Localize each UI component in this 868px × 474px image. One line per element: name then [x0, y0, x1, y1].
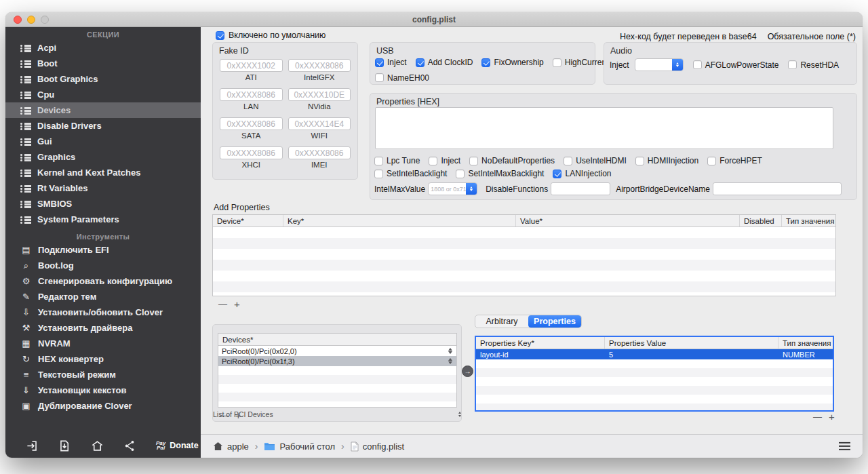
sidebar-tool-boot-log[interactable]: ⌕Boot.log — [5, 258, 201, 273]
fakeid-imei-field[interactable] — [288, 146, 351, 159]
sidebar-item-graphics[interactable]: Graphics — [5, 149, 201, 165]
devices-list-empty[interactable] — [218, 366, 456, 407]
col-device[interactable]: Device* — [213, 215, 283, 226]
paypal-donate-button[interactable]: PayPal Donate — [156, 441, 199, 450]
fakeid-nvidia-field[interactable] — [288, 88, 351, 101]
col-key[interactable]: Key* — [283, 215, 516, 226]
setintelmaxbacklight-checkbox[interactable]: SetIntelMaxBacklight — [456, 169, 544, 178]
add-properties-body[interactable] — [213, 227, 835, 296]
add-property-button[interactable]: + — [234, 298, 240, 310]
device-row-0[interactable]: PciRoot(0)/Pci(0x02,0) — [218, 346, 456, 356]
zoom-button[interactable] — [41, 16, 49, 24]
sidebar-item-kernel-and-kext-patches[interactable]: Kernel and Kext Patches — [5, 165, 201, 180]
col-value[interactable]: Value* — [516, 215, 740, 226]
setintelbacklight-checkbox[interactable]: SetIntelBacklight — [374, 169, 447, 178]
sidebar-item-acpi[interactable]: Acpi — [5, 40, 201, 56]
nodefaultproperties-checkbox[interactable]: NoDefaultProperties — [469, 156, 555, 165]
sidebar-item-boot[interactable]: Boot — [5, 56, 201, 71]
usb-nameeh00-checkbox[interactable]: NameEH00 — [375, 73, 429, 83]
forcehpet-checkbox[interactable]: ForceHPET — [707, 156, 762, 165]
sections-header: СЕКЦИИ — [5, 29, 201, 40]
fakeid-ati-field[interactable] — [220, 59, 283, 72]
list-icon — [20, 200, 31, 208]
menu-icon[interactable] — [839, 446, 850, 447]
sidebar-tool-mount-efi[interactable]: ▤Подключить EFI — [5, 242, 201, 258]
minimize-button[interactable] — [27, 16, 35, 24]
hdmiinjection-checkbox[interactable]: HDMIInjection — [635, 156, 698, 165]
fakeid-xhci-field[interactable] — [220, 146, 283, 159]
stepper-icon[interactable] — [448, 358, 452, 365]
traffic-lights — [14, 16, 49, 24]
intelmaxvalue-label: IntelMaxValue — [374, 184, 425, 194]
devices-list[interactable]: Devices* PciRoot(0)/Pci(0x02,0) PciRoot(… — [218, 333, 457, 408]
enabled-by-default-checkbox[interactable]: Включено по умолчанию — [216, 31, 326, 40]
fakeid-sata-field[interactable] — [220, 117, 283, 130]
disablefunctions-field[interactable] — [551, 182, 610, 195]
usb-fixownership-checkbox[interactable]: FixOwnership — [481, 58, 543, 67]
stepper-icon[interactable] — [448, 348, 452, 355]
properties-hex-textarea[interactable] — [375, 107, 833, 149]
tab-arbitrary[interactable]: Arbitrary — [475, 315, 528, 328]
usb-highcurrent-checkbox[interactable]: HighCurrent — [553, 58, 609, 67]
col-value-type[interactable]: Тип значения — [782, 215, 835, 226]
add-properties-row-button[interactable]: + — [829, 411, 835, 422]
sidebar-item-system-parameters[interactable]: System Parameters — [5, 212, 201, 227]
chevron-updown-icon — [672, 59, 683, 71]
stepper-icon[interactable] — [458, 412, 461, 417]
intelmaxvalue-select[interactable]: 1808 or 0x710 — [428, 182, 477, 195]
devices-list-header[interactable]: Devices* — [218, 334, 456, 346]
device-row-1[interactable]: PciRoot(0)/Pci(0x1f,3) — [218, 356, 456, 366]
export-config-button[interactable] — [58, 439, 71, 452]
sidebar-item-gui[interactable]: Gui — [5, 134, 201, 149]
col-properties-type[interactable]: Тип значения — [778, 337, 833, 349]
phx-inject-checkbox[interactable]: Inject — [429, 156, 460, 165]
col-properties-value[interactable]: Properties Value — [605, 337, 778, 349]
usb-inject-checkbox[interactable]: Inject — [375, 58, 407, 67]
home-button[interactable] — [91, 439, 104, 452]
lpc-tune-checkbox[interactable]: Lpc Tune — [374, 156, 420, 165]
fakeid-wifi-field[interactable] — [288, 117, 351, 130]
airportbridgedevicename-field[interactable] — [713, 182, 842, 195]
usb-add-clockid-checkbox[interactable]: Add ClockID — [416, 58, 473, 67]
sidebar-tool-generate-config[interactable]: ⚙Сгенерировать конфигурацию — [5, 273, 201, 289]
titlebar[interactable]: config.plist — [5, 12, 863, 27]
audio-resethda-checkbox[interactable]: ResetHDA — [788, 60, 839, 70]
checkbox-box — [553, 170, 561, 178]
useintelhdmi-checkbox[interactable]: UseIntelHDMI — [564, 156, 627, 165]
fakeid-intelgfx-field[interactable] — [288, 59, 351, 72]
sidebar-item-cpu[interactable]: Cpu — [5, 87, 201, 102]
properties-table[interactable]: Properties Key* Properties Value Тип зна… — [475, 336, 834, 412]
sidebar-tool-clone-clover[interactable]: ▣Дублирование Clover — [5, 398, 201, 414]
sidebar-item-disable-drivers[interactable]: Disable Drivers — [5, 118, 201, 134]
fakeid-lan-field[interactable] — [220, 88, 283, 101]
col-disabled[interactable]: Disabled — [740, 215, 782, 226]
properties-table-empty[interactable] — [476, 359, 833, 410]
sidebar-tool-install-drivers[interactable]: ⚒Установить драйвера — [5, 320, 201, 336]
share-button[interactable] — [123, 439, 136, 452]
remove-properties-row-button[interactable]: — — [813, 412, 822, 422]
laninjection-checkbox[interactable]: LANInjection — [553, 169, 611, 178]
audio-afglowpowerstate-checkbox[interactable]: AFGLowPowerState — [693, 60, 779, 70]
add-properties-table[interactable]: Device* Key* Value* Disabled Тип значени… — [212, 214, 836, 296]
remove-property-button[interactable]: — — [218, 299, 227, 309]
sidebar-tool-hex-converter[interactable]: ↻HEX конвертер — [5, 351, 201, 367]
sidebar-item-boot-graphics[interactable]: Boot Graphics — [5, 71, 201, 87]
tab-properties[interactable]: Properties — [528, 315, 581, 328]
transfer-arrow-button[interactable]: → — [462, 366, 473, 377]
col-properties-key[interactable]: Properties Key* — [476, 337, 605, 349]
close-button[interactable] — [14, 16, 22, 24]
sidebar-tool-kext-installer[interactable]: ⇓Установщик кекстов — [5, 382, 201, 398]
sidebar-tool-theme-editor[interactable]: ✎Редактор тем — [5, 289, 201, 304]
sidebar-item-rt-variables[interactable]: Rt Variables — [5, 180, 201, 196]
sidebar-item-devices[interactable]: Devices — [5, 102, 201, 118]
properties-row-layout-id[interactable]: layout-id 5 NUMBER — [476, 349, 833, 359]
sidebar-tool-nvram[interactable]: ▦NVRAM — [5, 336, 201, 351]
mount-partition-button[interactable] — [26, 439, 39, 452]
sidebar-tool-text-mode[interactable]: ≡Текстовый режим — [5, 367, 201, 382]
audio-inject-select[interactable] — [635, 58, 684, 71]
sidebar-item-smbios[interactable]: SMBIOS — [5, 196, 201, 212]
sidebar-tool-install-update-clover[interactable]: ⇩Установить/обновить Clover — [5, 304, 201, 320]
breadcrumb-home[interactable]: apple — [213, 441, 249, 452]
breadcrumb-file[interactable]: config.plist — [351, 441, 404, 452]
breadcrumb-desktop[interactable]: Рабочий стол — [264, 441, 335, 452]
